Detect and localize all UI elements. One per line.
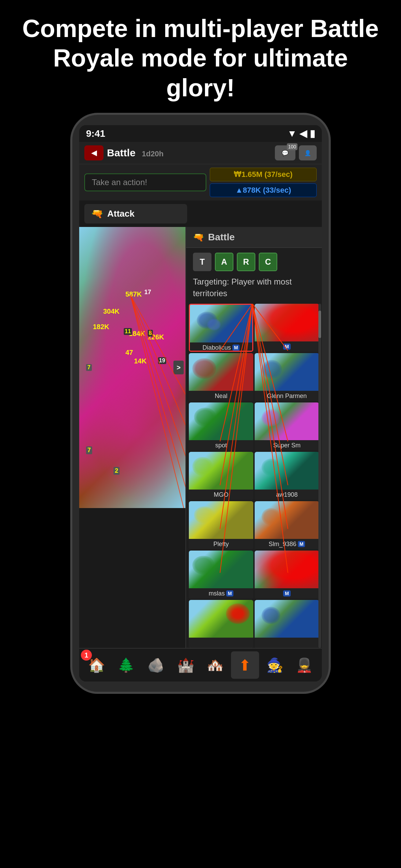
player-map: [255, 304, 319, 341]
player-name: [255, 638, 319, 648]
map-number: 7: [86, 364, 92, 371]
nav-item-battle-active[interactable]: ⬆: [231, 651, 259, 679]
map-number: 304K: [103, 308, 120, 315]
player-name: [189, 638, 253, 648]
map-area[interactable]: 587K 304K 182K 184K 226K 47 14K 17 8 11 …: [79, 227, 185, 508]
player-map: [255, 600, 319, 638]
expand-map-button[interactable]: >: [173, 361, 184, 374]
player-card-slm9386[interactable]: Slm_9386 M: [255, 501, 319, 549]
scrollbar-thumb[interactable]: [318, 311, 321, 338]
player-map: [255, 501, 319, 539]
nav-item-rock[interactable]: 🪨: [142, 651, 170, 679]
svg-line-3: [131, 296, 185, 508]
status-bar: 9:41 ▼ ◀ ▮: [79, 125, 322, 142]
battle-panel-icon: 🔫: [193, 232, 204, 243]
player-name: aw1908: [255, 490, 319, 500]
scrollbar-track[interactable]: [318, 304, 321, 648]
map-number: 182K: [93, 323, 109, 331]
player-card-aw1908[interactable]: aw1908: [255, 452, 319, 500]
player-name: Glenn Parmen: [255, 391, 319, 401]
back-button[interactable]: ◀: [84, 145, 104, 160]
player-name: Super Sm: [255, 440, 319, 450]
player-label: MGO: [214, 491, 229, 498]
player-name: spot: [189, 440, 253, 450]
map-number: 19: [158, 357, 166, 364]
player-map: [189, 501, 253, 539]
nav-item-castle[interactable]: 🏰: [172, 651, 200, 679]
player-card-2[interactable]: M: [255, 304, 319, 352]
bottom-nav: 1 🏠 🌲 🪨 🏰 🏘️ ⬆ 🧙 💂: [79, 648, 322, 682]
player-map: [189, 353, 253, 391]
player-label: mslas: [209, 590, 225, 597]
forest-icon: 🌲: [118, 657, 135, 673]
wizard-icon: 🧙: [266, 657, 283, 673]
attack-button[interactable]: 🔫 Attack: [84, 204, 187, 224]
profile-button[interactable]: 👤: [299, 145, 317, 160]
battle-nav-icon: ⬆: [239, 656, 251, 674]
attack-icon: 🔫: [91, 208, 103, 219]
main-content: 587K 304K 182K 184K 226K 47 14K 17 8 11 …: [79, 227, 322, 648]
player-map: [255, 402, 319, 440]
nav-item-soldier[interactable]: 💂: [290, 651, 318, 679]
map-number: 47: [125, 349, 133, 357]
player-card-supersm[interactable]: Super Sm: [255, 402, 319, 450]
chat-icon: 💬: [282, 150, 289, 156]
player-card-12[interactable]: M: [255, 551, 319, 599]
player-card-neal[interactable]: Neal: [189, 353, 253, 401]
player-label: Diabolicus: [203, 344, 231, 351]
action-button[interactable]: Take an action!: [84, 173, 206, 191]
player-label: spot: [215, 442, 227, 449]
nav-time-ago: 1d20h: [142, 149, 164, 158]
player-name: Slm_9386 M: [255, 539, 319, 549]
gold-resource: ₩1.65M (37/sec): [210, 168, 317, 181]
player-name: M: [255, 341, 319, 352]
player-card-13[interactable]: [189, 600, 253, 648]
back-icon: ◀: [91, 148, 97, 157]
player-map: [255, 353, 319, 391]
player-label: aw1908: [276, 491, 297, 498]
battle-panel: 🔫 Battle T A R C Targeting: Player with …: [185, 227, 322, 648]
player-label: Super Sm: [273, 442, 301, 449]
attack-bar: 🔫 Attack: [79, 201, 322, 227]
battle-panel-title: Battle: [208, 232, 235, 243]
player-card-glenn[interactable]: Glenn Parmen: [255, 353, 319, 401]
attack-label: Attack: [107, 208, 134, 219]
svg-line-4: [131, 296, 185, 508]
status-icons: ▼ ◀ ▮: [287, 128, 315, 139]
nav-item-village[interactable]: 🏘️: [202, 651, 230, 679]
action-bar: Take an action! ₩1.65M (37/sec) ▲878K (3…: [79, 164, 322, 201]
player-badge: M: [298, 541, 305, 547]
player-card-diabolicus[interactable]: Diabolicus M: [189, 304, 253, 352]
player-badge: M: [283, 590, 291, 596]
chat-button[interactable]: 💬 100: [275, 145, 295, 160]
tarc-a-button[interactable]: A: [215, 253, 233, 271]
svg-line-1: [131, 296, 185, 498]
player-card-pletty[interactable]: Pletty: [189, 501, 253, 549]
player-map: [189, 402, 253, 440]
player-card-spot[interactable]: spot: [189, 402, 253, 450]
player-card-14[interactable]: [255, 600, 319, 648]
nav-item-home[interactable]: 1 🏠: [83, 651, 111, 679]
svg-line-2: [131, 296, 185, 508]
nav-item-forest[interactable]: 🌲: [112, 651, 141, 679]
player-label: Pletty: [213, 541, 229, 548]
map-number: 14K: [134, 357, 147, 365]
player-name: MGO: [189, 490, 253, 500]
attack-lines-overlay: [79, 227, 185, 508]
tarc-t-button[interactable]: T: [193, 253, 211, 271]
targeting-text: Targeting: Player with most territories: [186, 276, 322, 304]
player-card-mslas[interactable]: mslas M: [189, 551, 253, 599]
map-number: 2: [113, 467, 120, 475]
tarc-r-button[interactable]: R: [237, 253, 255, 271]
map-number: 11: [124, 328, 132, 335]
player-map: [255, 551, 319, 588]
nav-item-wizard[interactable]: 🧙: [261, 651, 289, 679]
tarc-c-button[interactable]: C: [259, 253, 277, 271]
player-label: Slm_9386: [269, 541, 296, 548]
action-placeholder: Take an action!: [92, 178, 147, 187]
players-grid: Diabolicus M M: [186, 304, 322, 648]
player-card-mgo[interactable]: MGO: [189, 452, 253, 500]
army-resource: ▲878K (33/sec): [210, 183, 317, 197]
soldier-icon: 💂: [296, 657, 313, 673]
chat-badge: 100: [287, 143, 297, 150]
